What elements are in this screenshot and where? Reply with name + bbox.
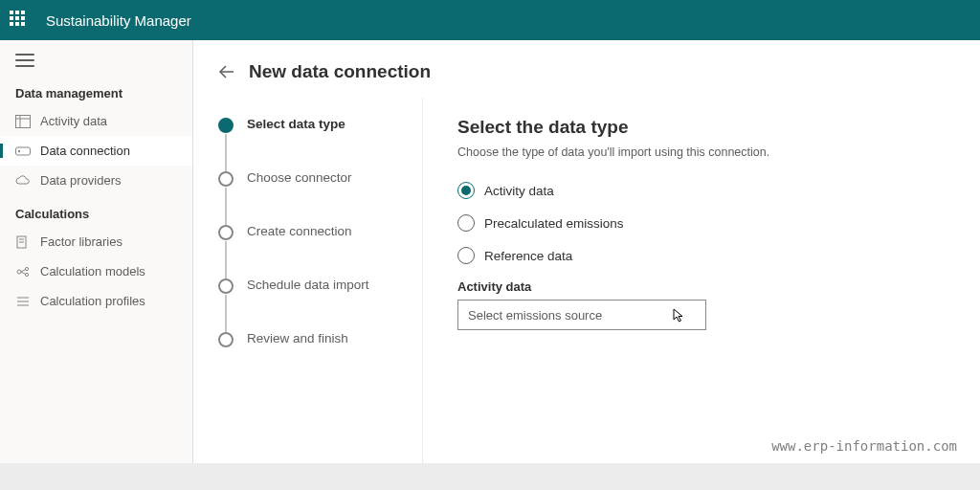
- radio-icon: [457, 182, 475, 199]
- step-connector: [225, 241, 227, 279]
- mouse-cursor-icon: [673, 308, 686, 323]
- radio-label: Activity data: [484, 184, 554, 198]
- nav-section-title: Data management: [0, 80, 192, 106]
- sidebar-item-label: Calculation profiles: [40, 294, 145, 308]
- watermark: www.erp-information.com: [771, 438, 957, 454]
- svg-rect-3: [16, 147, 31, 155]
- app-bar: Sustainability Manager: [0, 0, 980, 40]
- svg-line-12: [21, 272, 25, 274]
- field-label: Activity data: [457, 279, 946, 294]
- svg-line-11: [21, 269, 25, 271]
- step-choose-connector[interactable]: Choose connector: [218, 170, 422, 224]
- app-title: Sustainability Manager: [46, 12, 191, 29]
- step-label: Choose connector: [247, 170, 352, 185]
- table-icon: [15, 115, 31, 128]
- sidebar-item-data-providers[interactable]: Data providers: [0, 166, 192, 195]
- nav-section-title: Calculations: [0, 201, 192, 227]
- step-circle-icon: [218, 171, 234, 187]
- emissions-source-select[interactable]: Select emissions source: [457, 300, 706, 330]
- select-placeholder: Select emissions source: [468, 308, 602, 323]
- step-review-and-finish[interactable]: Review and finish: [218, 331, 422, 347]
- sidebar-item-label: Calculation models: [40, 264, 145, 278]
- radio-icon: [457, 214, 475, 232]
- svg-point-9: [25, 267, 28, 270]
- model-icon: [15, 265, 31, 278]
- step-circle-icon: [218, 225, 234, 240]
- sidebar-item-calculation-models[interactable]: Calculation models: [0, 256, 192, 286]
- form-panel: Select the data type Choose the type of …: [423, 98, 980, 463]
- link-icon: [15, 145, 31, 158]
- radio-label: Precalculated emissions: [484, 216, 624, 231]
- page-title: New data connection: [249, 61, 431, 82]
- step-select-data-type[interactable]: Select data type: [218, 117, 422, 170]
- step-label: Review and finish: [247, 331, 348, 345]
- sidebar-item-label: Activity data: [40, 114, 107, 128]
- radio-label: Reference data: [484, 249, 572, 263]
- sidebar-item-factor-libraries[interactable]: Factor libraries: [0, 227, 192, 256]
- panel-description: Choose the type of data you'll import us…: [457, 145, 946, 159]
- main-content: New data connection Select data type Cho…: [193, 40, 980, 463]
- content-split: Select data type Choose connector Create…: [193, 98, 980, 463]
- sidebar-item-label: Data providers: [40, 173, 122, 188]
- wizard-stepper: Select data type Choose connector Create…: [193, 98, 423, 463]
- svg-point-4: [18, 149, 20, 151]
- radio-icon: [457, 247, 475, 264]
- radio-reference-data[interactable]: Reference data: [457, 247, 946, 264]
- step-label: Select data type: [247, 117, 345, 131]
- back-arrow-icon[interactable]: [218, 63, 235, 80]
- step-connector: [225, 295, 227, 333]
- svg-point-8: [17, 270, 21, 274]
- left-nav: Data management Activity data Data conne…: [0, 40, 193, 463]
- sidebar-item-label: Data connection: [40, 144, 130, 158]
- sidebar-item-data-connection[interactable]: Data connection: [0, 136, 192, 166]
- nav-section-calculations: Calculations Factor libraries Calculatio…: [0, 201, 192, 322]
- sidebar-item-activity-data[interactable]: Activity data: [0, 106, 192, 136]
- sidebar-item-calculation-profiles[interactable]: Calculation profiles: [0, 286, 192, 316]
- panel-title: Select the data type: [457, 117, 946, 138]
- bottom-strip: [0, 463, 980, 490]
- page-header: New data connection: [193, 40, 980, 98]
- step-connector: [225, 188, 227, 226]
- step-connector: [225, 134, 227, 172]
- step-circle-icon: [218, 118, 234, 133]
- svg-rect-0: [16, 115, 31, 127]
- list-icon: [15, 295, 31, 308]
- step-schedule-data-import[interactable]: Schedule data import: [218, 278, 422, 331]
- hamburger-icon[interactable]: [15, 54, 34, 67]
- doc-icon: [15, 235, 31, 249]
- step-label: Create connection: [247, 224, 352, 238]
- cloud-icon: [15, 174, 31, 188]
- svg-point-10: [25, 273, 28, 276]
- step-create-connection[interactable]: Create connection: [218, 224, 422, 278]
- step-circle-icon: [218, 278, 234, 294]
- step-circle-icon: [218, 332, 234, 347]
- step-label: Schedule data import: [247, 278, 369, 292]
- sidebar-item-label: Factor libraries: [40, 234, 122, 249]
- radio-precalculated-emissions[interactable]: Precalculated emissions: [457, 214, 946, 232]
- nav-section-data-management: Data management Activity data Data conne…: [0, 80, 192, 201]
- waffle-icon[interactable]: [10, 11, 29, 30]
- radio-activity-data[interactable]: Activity data: [457, 182, 946, 199]
